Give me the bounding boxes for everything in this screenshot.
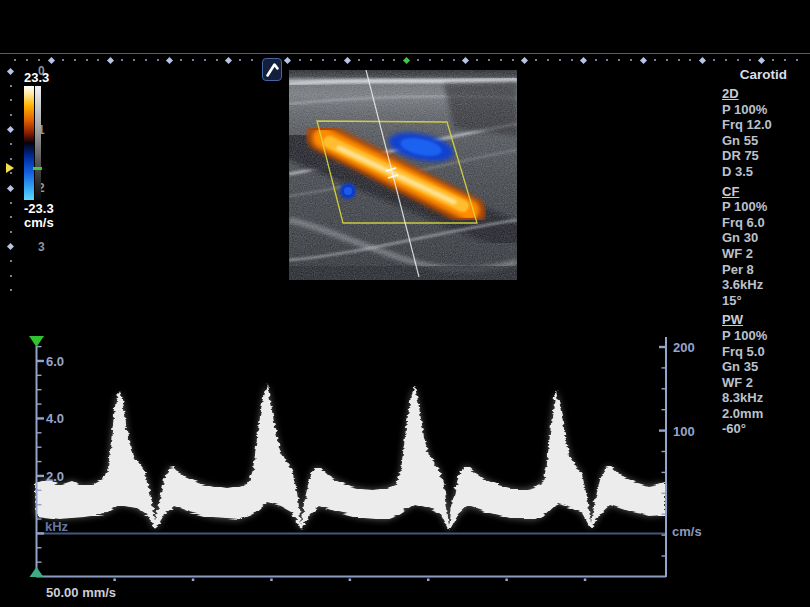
ruler-tick <box>204 59 206 61</box>
depth-ruler-tick <box>10 158 12 160</box>
ruler-diamond <box>225 56 232 63</box>
ruler-tick <box>535 59 537 61</box>
ruler-tick <box>382 59 384 61</box>
spectral-waveform <box>36 384 665 531</box>
ruler-tick <box>666 59 668 61</box>
ruler-tick <box>192 59 194 61</box>
ruler-tick <box>145 59 147 61</box>
ruler-tick <box>571 59 573 61</box>
ruler-tick <box>500 59 502 61</box>
time-axis-tick <box>270 579 273 582</box>
color-scale-max-label: 23.3 <box>24 70 49 85</box>
ruler-tick <box>689 59 691 61</box>
depth-ruler-tick <box>10 85 12 87</box>
ruler-tick <box>322 59 324 61</box>
ruler-tick <box>547 59 549 61</box>
ruler-tick <box>618 59 620 61</box>
ruler-tick <box>559 59 561 61</box>
ruler-tick <box>784 59 786 61</box>
ruler-tick <box>654 59 656 61</box>
depth-ruler-tick <box>10 114 12 116</box>
ruler-diamond <box>521 56 528 63</box>
ruler-diamond <box>343 56 350 63</box>
ruler-diamond <box>47 56 54 63</box>
param-line: 3.6kHz <box>722 277 772 293</box>
ruler-tick <box>74 59 76 61</box>
depth-ruler-diamond <box>7 184 14 191</box>
ruler-diamond <box>699 56 706 63</box>
color-scale-unit-label: cm/s <box>24 215 54 230</box>
color-scale-min-label: -23.3 <box>24 201 54 216</box>
ruler-tick <box>310 59 312 61</box>
spectral-waveform-trace <box>36 384 665 531</box>
param-line: Frq 5.0 <box>722 344 772 360</box>
ruler-tick <box>358 59 360 61</box>
ruler-tick <box>299 59 301 61</box>
orientation-marker-icon[interactable] <box>262 58 282 81</box>
depth-ruler-diamond <box>7 243 14 250</box>
focus-marker-arrow[interactable] <box>6 163 14 173</box>
section-header-cf: CF <box>722 184 772 200</box>
left-axis-unit-label: kHz <box>45 519 69 534</box>
ruler-tick <box>26 59 28 61</box>
section-header-2d: 2D <box>722 86 772 102</box>
depth-ruler-tick <box>10 99 12 101</box>
time-axis-tick <box>192 579 195 582</box>
spectral-waveform-glow <box>36 384 665 531</box>
time-axis-tick <box>584 579 587 582</box>
ruler-tick <box>772 59 774 61</box>
spectral-bottom-marker[interactable] <box>30 567 44 577</box>
ruler-tick <box>417 59 419 61</box>
depth-ruler-tick <box>10 260 12 262</box>
ruler-tick <box>393 59 395 61</box>
param-line: -60° <box>722 421 772 437</box>
depth-ruler-diamond <box>7 67 14 74</box>
left-axis-tick-label: 4.0 <box>46 411 64 426</box>
ruler-tick <box>14 59 16 61</box>
param-line: P 100% <box>722 328 772 344</box>
beam-position-marker[interactable] <box>403 56 410 63</box>
depth-ruler-tick <box>10 216 12 218</box>
param-line: 2.0mm <box>722 406 772 422</box>
ruler-diamond <box>107 56 114 63</box>
left-axis-tick-label: 2.0 <box>46 469 64 484</box>
ruler-diamond <box>284 56 291 63</box>
ruler-tick <box>97 59 99 61</box>
panel-section-2d: 2DP 100%Frq 12.0Gn 55DR 75D 3.5 <box>722 86 772 180</box>
ruler-tick <box>62 59 64 61</box>
param-line: D 3.5 <box>722 164 772 180</box>
ruler-diamond <box>462 56 469 63</box>
time-axis-tick <box>349 579 352 582</box>
time-axis-tick <box>427 579 430 582</box>
ultrasound-screen: 0123 23.3 -23.3 cm/s <box>0 0 810 607</box>
ruler-tick <box>737 59 739 61</box>
parameter-panel: 2DP 100%Frq 12.0Gn 55DR 75D 3.5CFP 100%F… <box>722 86 772 441</box>
left-axis-tick-label: 6.0 <box>46 354 64 369</box>
ruler-tick <box>121 59 123 61</box>
ruler-diamond <box>580 56 587 63</box>
depth-ruler-tick <box>10 143 12 145</box>
ruler-tick <box>157 59 159 61</box>
ruler-diamond <box>758 56 765 63</box>
param-line: WF 2 <box>722 246 772 262</box>
depth-ruler-tick <box>10 275 12 277</box>
ruler-tick <box>796 59 798 61</box>
depth-label: 3 <box>38 241 45 253</box>
grayscale-map-bar <box>35 86 41 200</box>
param-line: Gn 30 <box>722 230 772 246</box>
section-header-pw: PW <box>722 312 772 328</box>
ruler-tick <box>453 59 455 61</box>
ruler-tick <box>476 59 478 61</box>
ruler-tick <box>133 59 135 61</box>
depth-ruler-tick <box>10 289 12 291</box>
right-axis-tick-label: 200 <box>673 340 695 355</box>
ruler-tick <box>334 59 336 61</box>
spectral-top-marker[interactable] <box>29 336 44 347</box>
ruler-tick <box>678 59 680 61</box>
depth-ruler-diamond <box>7 126 14 133</box>
orientation-arrow-icon <box>263 59 281 80</box>
param-line: 8.3kHz <box>722 390 772 406</box>
panel-section-cf: CFP 100%Frq 6.0Gn 30WF 2Per 83.6kHz15° <box>722 184 772 309</box>
ruler-tick <box>86 59 88 61</box>
param-line: DR 75 <box>722 148 772 164</box>
